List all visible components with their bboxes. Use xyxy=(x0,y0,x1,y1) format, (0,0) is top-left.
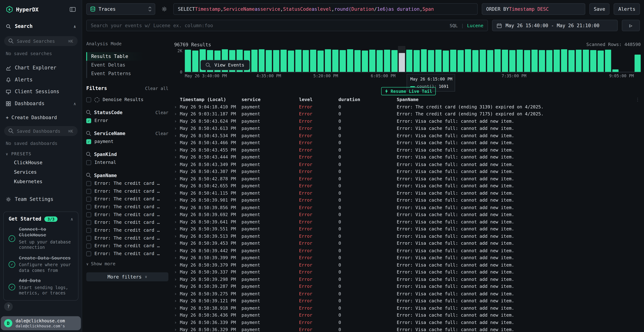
row-expand-chevron[interactable]: › xyxy=(174,234,180,239)
table-row[interactable]: ›May 26 8:50:39.287 PMpaymentError0Error… xyxy=(174,283,640,290)
row-expand-chevron[interactable]: › xyxy=(174,112,180,117)
histogram-bar[interactable] xyxy=(273,50,280,72)
help-button[interactable]: ? xyxy=(4,302,13,311)
histogram-bar[interactable] xyxy=(635,55,641,72)
histogram-bar[interactable] xyxy=(494,49,500,72)
row-expand-chevron[interactable]: › xyxy=(174,133,180,138)
row-expand-chevron[interactable]: › xyxy=(174,140,180,146)
table-row[interactable]: ›May 26 8:50:43.307 PMpaymentError0Error… xyxy=(174,168,640,175)
table-row[interactable]: ›May 26 8:50:39.121 PMpaymentError0Error… xyxy=(174,297,640,304)
histogram-bar[interactable] xyxy=(391,50,397,72)
get-started-step[interactable]: ✓Add DataStart sending logs, metrics, or… xyxy=(8,278,73,296)
histogram-bar[interactable] xyxy=(310,50,316,72)
histogram-bar[interactable] xyxy=(472,50,478,72)
table-row[interactable]: ›May 26 8:50:36.329 PMpaymentError0Error… xyxy=(174,326,640,332)
saved-dashboards-field[interactable] xyxy=(17,128,65,134)
histogram-bar[interactable] xyxy=(612,69,618,72)
sidebar-item-dashboards[interactable]: Dashboards ∧ xyxy=(0,100,82,108)
table-row[interactable]: ›May 26 8:50:43.455 PMpaymentError0Error… xyxy=(174,146,640,154)
sql-select-editor[interactable]: SELECT Timestamp, ServiceName as service… xyxy=(173,3,478,15)
histogram-plot[interactable] xyxy=(185,49,640,72)
denoise-results-toggle[interactable]: Denoise Results xyxy=(86,97,168,102)
sidebar-preset-kubernetes[interactable]: Kubernetes xyxy=(14,179,82,184)
header-service[interactable]: service xyxy=(242,97,299,102)
sidebar-item-chart-explorer[interactable]: Chart Explorer xyxy=(0,64,82,72)
row-expand-chevron[interactable]: › xyxy=(174,248,180,253)
table-row[interactable]: ›May 26 8:50:39.442 PMpaymentError0Error… xyxy=(174,247,640,254)
filter-checkbox[interactable] xyxy=(86,251,91,256)
table-row[interactable]: ›May 26 8:50:39.275 PMpaymentError0Error… xyxy=(174,290,640,297)
resume-live-tail-button[interactable]: Resume Live Tail xyxy=(381,87,436,95)
row-expand-chevron[interactable]: › xyxy=(174,306,180,311)
histogram-bar[interactable] xyxy=(354,50,360,72)
histogram-bar[interactable] xyxy=(325,49,331,72)
histogram-bar[interactable] xyxy=(539,50,545,72)
table-row[interactable]: ›May 26 8:50:36.339 PMpaymentError0Error… xyxy=(174,319,640,326)
row-expand-chevron[interactable]: › xyxy=(174,176,180,182)
view-events-button[interactable]: View Events xyxy=(200,60,250,70)
table-row[interactable]: ›May 26 8:50:39.641 PMpaymentError0Error… xyxy=(174,218,640,226)
row-expand-chevron[interactable]: › xyxy=(174,205,180,210)
table-row[interactable]: ›May 26 8:50:42.878 PMpaymentError0Error… xyxy=(174,175,640,182)
header-timestamp[interactable]: Timestamp (Local) xyxy=(180,97,242,102)
run-query-button[interactable]: ▷ xyxy=(622,20,640,31)
histogram-bar[interactable] xyxy=(450,50,456,72)
get-started-step[interactable]: ✓Connect to ClickHouseSet up your databa… xyxy=(8,227,73,250)
histogram-bar[interactable] xyxy=(458,50,464,72)
histogram-bar[interactable] xyxy=(281,50,287,72)
table-row[interactable]: ›May 26 9:04:18.410 PMpaymentError0Error… xyxy=(174,103,640,110)
search-input[interactable] xyxy=(91,22,446,28)
filter-item[interactable]: Error: The credit card … xyxy=(86,212,168,217)
filter-checkbox[interactable]: ✓ xyxy=(86,139,91,144)
row-expand-chevron[interactable]: › xyxy=(174,126,180,131)
show-more-link[interactable]: ∨ Show more xyxy=(86,261,168,266)
row-expand-chevron[interactable]: › xyxy=(174,118,180,124)
histogram-bar[interactable] xyxy=(487,50,493,72)
histogram-bar[interactable] xyxy=(561,49,567,72)
histogram-bar[interactable] xyxy=(605,50,611,72)
histogram-bar[interactable] xyxy=(465,49,471,72)
filter-clear-link[interactable]: Clear xyxy=(156,131,168,136)
row-expand-chevron[interactable]: › xyxy=(174,320,180,325)
filter-checkbox[interactable] xyxy=(86,228,91,233)
filter-clear-link[interactable]: Clear xyxy=(156,110,168,115)
histogram-bar[interactable] xyxy=(509,50,516,72)
table-row[interactable]: ›May 26 8:50:43.444 PMpaymentError0Error… xyxy=(174,154,640,161)
row-expand-chevron[interactable]: › xyxy=(174,169,180,174)
get-started-header[interactable]: Get Started 3/3 ∧ xyxy=(8,216,73,222)
histogram-bar[interactable] xyxy=(428,50,434,72)
sidebar-item-team-settings[interactable]: Team Settings xyxy=(0,195,82,204)
sql-mode-toggle[interactable]: SQL xyxy=(450,23,458,28)
histogram-bar[interactable] xyxy=(414,50,420,72)
header-duration[interactable]: duration xyxy=(338,97,397,102)
sidebar-preset-clickhouse[interactable]: ClickHouse xyxy=(14,160,82,166)
analysis-mode-event-patterns[interactable]: Event Patterns xyxy=(86,70,168,78)
histogram-bar[interactable] xyxy=(399,53,405,72)
table-row[interactable]: ›May 26 8:50:39.453 PMpaymentError0Error… xyxy=(174,240,640,247)
histogram-bar[interactable] xyxy=(598,50,604,72)
row-expand-chevron[interactable]: › xyxy=(174,298,180,304)
histogram-bar[interactable] xyxy=(362,50,368,72)
row-expand-chevron[interactable]: › xyxy=(174,284,180,289)
histogram-bar[interactable] xyxy=(554,50,560,72)
row-expand-chevron[interactable]: › xyxy=(174,262,180,268)
user-menu[interactable]: D dale@clickhouse.com dale@clickhouse.co… xyxy=(1,316,81,330)
row-expand-chevron[interactable]: › xyxy=(174,241,180,246)
table-row[interactable]: ›May 26 8:50:43.613 PMpaymentError0Error… xyxy=(174,125,640,132)
get-started-step[interactable]: ✓Create Data SourcesConfigure where your… xyxy=(8,256,73,273)
filter-checkbox[interactable]: ✓ xyxy=(86,118,91,123)
row-expand-chevron[interactable]: › xyxy=(174,212,180,217)
histogram-bar[interactable] xyxy=(185,50,191,72)
histogram-bar[interactable] xyxy=(524,50,530,72)
source-select[interactable]: Traces xyxy=(86,3,155,15)
analysis-mode-event-deltas[interactable]: Event Deltas xyxy=(86,61,168,70)
table-row[interactable]: ›May 26 8:50:39.337 PMpaymentError0Error… xyxy=(174,269,640,276)
row-expand-chevron[interactable]: › xyxy=(174,190,180,196)
filter-checkbox[interactable] xyxy=(86,181,91,186)
table-row[interactable]: ›May 26 9:03:31.187 PMpaymentError0Error… xyxy=(174,110,640,118)
histogram-bar[interactable] xyxy=(583,50,589,72)
event-search[interactable]: SQL | Lucene xyxy=(86,20,488,31)
row-expand-chevron[interactable]: › xyxy=(174,183,180,189)
histogram-bar[interactable] xyxy=(303,50,309,72)
histogram-bar[interactable] xyxy=(318,50,324,72)
